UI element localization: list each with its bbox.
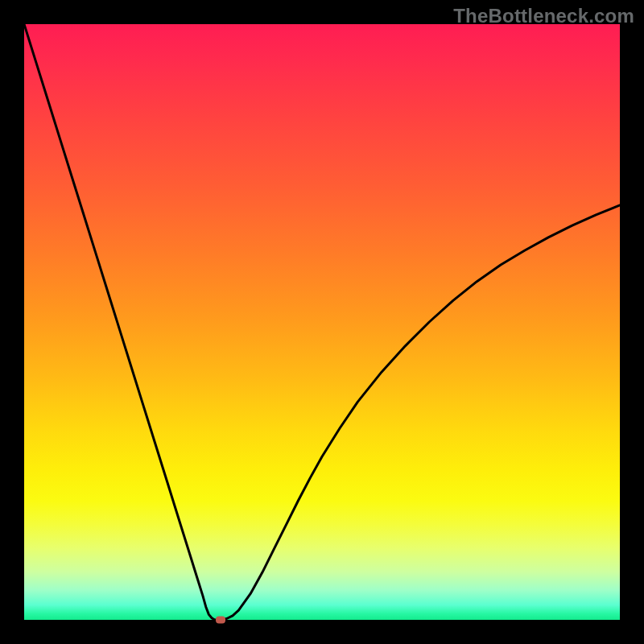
curve-svg xyxy=(24,24,620,620)
plot-area xyxy=(24,24,620,620)
watermark-text: TheBottleneck.com xyxy=(453,5,634,27)
chart-frame: TheBottleneck.com xyxy=(0,0,644,644)
bottleneck-curve-path xyxy=(24,24,620,620)
minimum-marker xyxy=(216,617,225,624)
